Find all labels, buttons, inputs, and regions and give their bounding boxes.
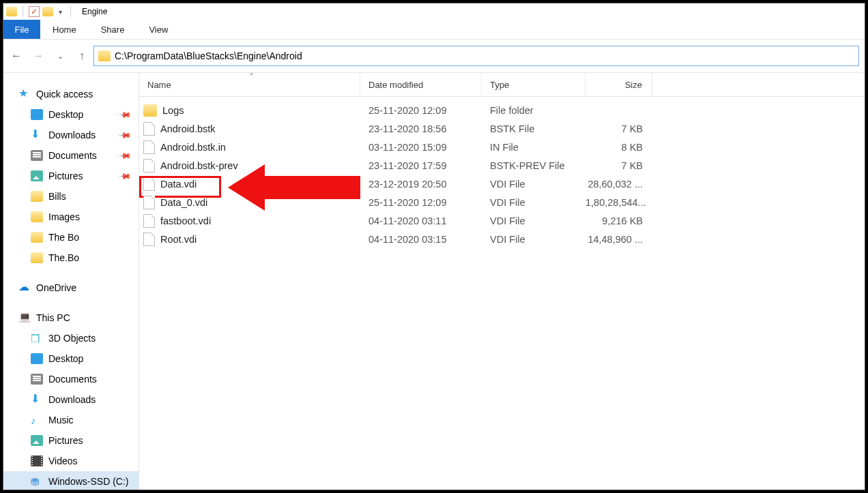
folder-icon [31,232,43,243]
sidebar-onedrive[interactable]: OneDrive [3,278,139,298]
video-icon [31,455,43,466]
folder-icon [31,252,43,263]
qat-customize-icon[interactable]: ▾ [56,8,65,16]
sidebar-item[interactable]: Bills [3,186,139,207]
sidebar-item-label: Music [48,415,74,425]
file-size: 8 KB [585,142,652,153]
qat-newfolder-icon[interactable] [42,7,53,16]
file-size: 7 KB [585,160,652,171]
file-date: 25-11-2020 12:09 [360,105,482,116]
address-path: C:\ProgramData\BlueStacks\Engine\Android [115,50,302,61]
sidebar-item-label: Pictures [48,435,83,446]
sidebar-item-label: Images [48,211,80,222]
sidebar-item[interactable]: The.Bo [3,248,139,268]
folder-icon [31,211,43,222]
sidebar-item[interactable]: Desktop📌 [3,104,139,125]
sidebar-item[interactable]: The Bo [3,227,139,248]
file-icon [143,214,155,228]
pic-icon [31,435,43,446]
sidebar-item-label: The.Bo [48,252,79,263]
sidebar-item[interactable]: Documents📌 [3,145,139,166]
file-icon [143,177,155,191]
column-date[interactable]: Date modified [360,73,482,96]
column-size[interactable]: Size [585,73,652,96]
pc-icon [18,312,31,323]
sidebar-item-label: Desktop [48,353,83,364]
back-button[interactable]: ← [6,45,27,67]
file-name: Data_0.vdi [160,197,207,208]
sidebar-item[interactable]: Pictures📌 [3,166,139,186]
sidebar-item[interactable]: Videos [3,451,139,471]
file-date: 25-11-2020 12:09 [360,197,482,208]
forward-button[interactable]: → [28,45,48,67]
sidebar-label: OneDrive [36,282,76,293]
sidebar-item[interactable]: Documents [3,369,139,389]
pin-icon: 📌 [118,108,132,122]
sidebar-item[interactable]: Images [3,207,139,227]
file-name: Data.vdi [160,179,197,190]
sidebar-item[interactable]: Desktop [3,348,139,369]
file-name: Android.bstk [160,123,216,134]
sidebar-item-label: The Bo [48,232,79,243]
file-type: VDI File [482,179,585,190]
pin-icon: 📌 [118,149,132,163]
sidebar-item-label: Desktop [48,109,83,120]
sidebar-item[interactable]: Downloads [3,389,139,410]
file-row[interactable]: fastboot.vdi04-11-2020 03:11VDI File9,21… [139,211,865,230]
tab-file[interactable]: File [3,20,40,39]
sidebar-item[interactable]: 3D Objects [3,328,139,348]
file-row[interactable]: Android.bstk.in03-11-2020 15:09IN File8 … [139,138,865,156]
column-name[interactable]: Name ˄ [139,73,360,96]
file-type: BSTK-PREV File [482,160,585,171]
sidebar-label: Quick access [36,89,93,100]
sidebar-item[interactable]: Windows-SSD (C:) [3,471,139,490]
sidebar-quick-access[interactable]: Quick access [3,84,139,104]
address-bar[interactable]: C:\ProgramData\BlueStacks\Engine\Android [93,46,859,66]
tab-view[interactable]: View [136,20,180,39]
music-icon [31,415,43,425]
sidebar-item[interactable]: Music [3,410,139,430]
folder-icon [31,191,43,202]
sidebar-item-label: Bills [48,191,66,202]
navigation-pane: Quick access Desktop📌Downloads📌Documents… [3,73,139,490]
file-list: Name ˄ Date modified Type Size Logs25-11… [139,73,865,490]
file-size: 1,80,28,544... [585,197,652,208]
sidebar-item[interactable]: Downloads📌 [3,125,139,145]
file-icon [143,159,155,173]
column-type[interactable]: Type [482,73,585,96]
sidebar-item[interactable]: Pictures [3,430,139,451]
title-bar: ✓ ▾ Engine [3,3,865,20]
file-date: 23-12-2019 20:50 [360,179,482,190]
tab-home[interactable]: Home [40,20,89,39]
file-row[interactable]: Root.vdi04-11-2020 03:15VDI File14,48,96… [139,230,865,248]
qat-properties-icon[interactable]: ✓ [29,6,40,17]
up-button[interactable]: ↑ [72,45,92,67]
recent-dropdown-icon[interactable]: ⌄ [50,45,70,67]
file-row[interactable]: Android.bstk23-11-2020 18:56BSTK File7 K… [139,119,865,138]
doc-icon [31,374,43,385]
dl-icon [31,394,43,405]
tab-share[interactable]: Share [89,20,137,39]
pin-icon: 📌 [118,169,132,183]
sidebar-this-pc[interactable]: This PC [3,308,139,328]
navigation-bar: ← → ⌄ ↑ C:\ProgramData\BlueStacks\Engine… [3,40,865,73]
file-row[interactable]: Data.vdi23-12-2019 20:50VDI File28,60,03… [139,175,865,193]
separator [23,6,23,17]
pin-icon: 📌 [118,128,132,143]
app-folder-icon [6,7,17,16]
cube-icon [31,333,43,344]
sidebar-item-label: Downloads [48,394,96,405]
column-headers: Name ˄ Date modified Type Size [139,73,865,97]
file-row[interactable]: Data_0.vdi25-11-2020 12:09VDI File1,80,2… [139,193,865,211]
file-row[interactable]: Logs25-11-2020 12:09File folder [139,101,865,119]
file-row[interactable]: Android.bstk-prev23-11-2020 17:59BSTK-PR… [139,156,865,175]
sidebar-item-label: Documents [48,374,97,385]
sidebar-item-label: Videos [48,455,78,466]
file-type: File folder [482,105,585,116]
file-size: 9,216 KB [585,215,652,226]
star-icon [18,89,31,100]
file-icon [143,196,155,209]
doc-icon [31,150,43,161]
file-icon [143,140,155,154]
sidebar-item-label: Downloads [48,130,96,140]
